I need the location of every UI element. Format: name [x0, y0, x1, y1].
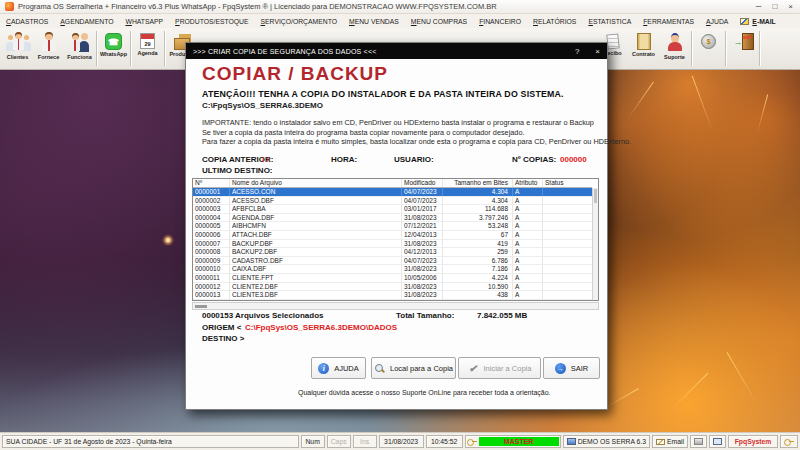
person-icon — [37, 31, 61, 53]
status-user-level: MASTER — [465, 435, 561, 448]
file-table: NºNome do ArquivoModificadoTamanho em Bi… — [192, 178, 599, 301]
table-row[interactable]: 0000007BACKUP.DBF31/08/2023419A — [193, 240, 592, 249]
destino-label: DESTINO > — [202, 334, 244, 343]
scrollbar-thumb[interactable] — [195, 305, 207, 308]
status-network-button[interactable] — [709, 435, 726, 448]
whatsapp-icon: ☎ — [105, 33, 122, 50]
total-label: Total Tamanho: — [396, 311, 454, 320]
status-printer-button[interactable] — [690, 435, 707, 448]
column-header[interactable]: Tamanho em Bites — [443, 179, 513, 187]
status-date: 31/08/2023 — [379, 435, 424, 448]
copia-anterior-value: / / — [262, 155, 269, 164]
menu-ajuda[interactable]: AJUDA — [700, 14, 734, 28]
menu-whatsapp[interactable]: WHATSAPP — [119, 14, 169, 28]
button-label: Local para a Copia — [390, 364, 453, 373]
iniciar-copia-button[interactable]: ✔ Iniciar a Copia — [458, 357, 541, 379]
table-row[interactable]: 0000005AIBHCMFN07/12/202153.248A — [193, 222, 592, 231]
menu-agendamento[interactable]: AGENDAMENTO — [54, 14, 119, 28]
status-num-lock: Num — [301, 435, 325, 448]
dialog-titlebar[interactable]: >>> CRIAR COPIA DE SEGURANÇA DOS DADOS <… — [186, 43, 607, 59]
table-row[interactable]: 0000004AGENDA.DBF31/08/20233.797.246A — [193, 214, 592, 223]
vertical-scrollbar[interactable] — [592, 188, 598, 300]
hora-label: HORA: — [331, 155, 357, 164]
table-row[interactable]: 0000013CLIENTE3.DBF31/08/2023438A — [193, 291, 592, 300]
importante-line: IMPORTANTE: tendo o instalador salvo em … — [202, 118, 594, 127]
window-titlebar[interactable]: Programa OS Serralheria + Financeiro v6.… — [0, 0, 800, 14]
icon-text: 29 — [141, 34, 154, 48]
total-value: 7.842.055 MB — [477, 311, 527, 320]
toolbar-separator — [759, 31, 760, 66]
table-row[interactable]: 0000002ACESSO.DBF04/07/20234.304A — [193, 197, 592, 206]
maximize-icon[interactable]: □ — [772, 2, 777, 11]
table-row[interactable]: 0000001ACESSO.CON04/07/20234.304A — [193, 188, 592, 197]
table-header: NºNome do ArquivoModificadoTamanho em Bi… — [193, 179, 592, 188]
table-row[interactable]: 0000008BACKUP2.DBF04/12/2013259A — [193, 248, 592, 257]
table-row[interactable]: 0000009CADASTRO.DBF04/07/20236.786A — [193, 257, 592, 266]
menu-estatistica[interactable]: ESTATISTICA — [582, 14, 637, 28]
close-icon[interactable]: × — [788, 2, 793, 11]
column-header[interactable]: Modificado — [402, 179, 443, 187]
backup-dialog: >>> CRIAR COPIA DE SEGURANÇA DOS DADOS <… — [185, 42, 608, 410]
icon-text: EXIT — [743, 34, 753, 49]
origem-label: ORIGEM < — [202, 323, 241, 332]
column-header[interactable]: Nome do Arquivo — [230, 179, 402, 187]
master-badge: MASTER — [479, 437, 559, 446]
table-row[interactable]: 0000003AFBFCLBA03/01/2017114.688A — [193, 205, 592, 214]
toolbar-sair-button[interactable]: EXIT — [727, 28, 758, 69]
menu-cadastros[interactable]: CADASTROS — [0, 14, 54, 28]
toolbar-contrato-button[interactable]: Contrato — [628, 28, 659, 69]
table-row[interactable]: 0000011CLIENTE.FPT10/05/20064.224A — [193, 274, 592, 283]
statusbar: SUA CIDADE - UF 31 de Agosto de 2023 - Q… — [0, 432, 800, 450]
system-path: C:\FpqSys\OS_SERRA6.3DEMO — [202, 101, 323, 110]
menu-ferramentas[interactable]: FERRAMENTAS — [637, 14, 700, 28]
scrollbar-thumb[interactable] — [594, 189, 597, 203]
toolbar-whatsapp-button[interactable]: ☎WhatsApp — [98, 28, 129, 69]
menu-menu-compras[interactable]: MENU COMPRAS — [405, 14, 473, 28]
toolbar-separator — [725, 31, 726, 66]
column-header[interactable]: Atributo — [513, 179, 543, 187]
toolbar-suporte-button[interactable]: Suporte — [659, 28, 690, 69]
help-icon[interactable]: ? — [575, 47, 579, 56]
contract-icon — [637, 33, 651, 50]
menu-relat-rios[interactable]: RELATÓRIOS — [527, 14, 582, 28]
printer-icon — [694, 438, 703, 445]
computer-icon — [713, 438, 722, 445]
arrow-right-icon: → — [555, 363, 566, 374]
sair-button[interactable]: → SAIR — [543, 357, 600, 379]
column-header[interactable]: Status — [543, 179, 592, 187]
toolbar-clientes-button[interactable]: Clientes — [2, 28, 33, 69]
ajuda-button[interactable]: i AJUDA — [311, 357, 366, 379]
table-row[interactable]: 0000006ATTACH.DBF12/04/201367A — [193, 231, 592, 240]
table-row[interactable]: 0000010CAIXA.DBF31/08/20237.186A — [193, 265, 592, 274]
toolbar-funciona-button[interactable]: Funciona — [64, 28, 95, 69]
status-location: SUA CIDADE - UF 31 de Agosto de 2023 - Q… — [2, 435, 299, 448]
menubar: CADASTROSAGENDAMENTOWHATSAPPPRODUTOS/EST… — [0, 14, 800, 28]
selected-count: 0000153 Arquivos Selecionados — [202, 311, 324, 320]
menu-produtos-estoque[interactable]: PRODUTOS/ESTOQUE — [169, 14, 254, 28]
menu-financeiro[interactable]: FINANCEIRO — [473, 14, 527, 28]
toolbar-moeda-button[interactable]: $ — [693, 28, 724, 69]
button-label: SAIR — [571, 364, 589, 373]
minimize-icon[interactable]: ─ — [756, 2, 762, 11]
icon-text: $ — [702, 35, 715, 48]
toolbar-agenda-button[interactable]: 29Agenda — [132, 28, 163, 69]
button-label: AJUDA — [334, 364, 359, 373]
table-row[interactable]: 0000012CLIENTE2.DBF31/08/202310.590A — [193, 283, 592, 292]
close-icon[interactable]: × — [595, 47, 600, 56]
local-copia-button[interactable]: Local para a Copia — [371, 357, 456, 379]
toolbar-fornece-button[interactable]: Fornece — [33, 28, 64, 69]
usuario-label: USUARIO: — [394, 155, 434, 164]
support-note: Qualquer dúvida acesse o nosso Suporte O… — [298, 389, 551, 396]
horizontal-scrollbar[interactable] — [192, 302, 599, 310]
envelope-icon — [656, 439, 665, 445]
status-email-button[interactable]: Email — [652, 435, 688, 448]
column-header[interactable]: Nº — [193, 179, 230, 187]
menu-menu-vendas[interactable]: MENU VENDAS — [343, 14, 405, 28]
importante-line: Se tiver a copia da pasta inteira do pro… — [202, 128, 524, 137]
status-brand: FpqSystem — [728, 435, 778, 448]
version-label: DEMO OS SERRA 6.3 — [578, 438, 646, 445]
menu-servi-o-or-amento[interactable]: SERVIÇO/ORÇAMENTO — [255, 14, 343, 28]
origem-path: C:\FpqSys\OS_SERRA6.3DEMO\DADOS — [245, 323, 397, 332]
menu-e-mail[interactable]: E-MAIL — [734, 14, 781, 28]
status-key-panel — [780, 435, 798, 448]
